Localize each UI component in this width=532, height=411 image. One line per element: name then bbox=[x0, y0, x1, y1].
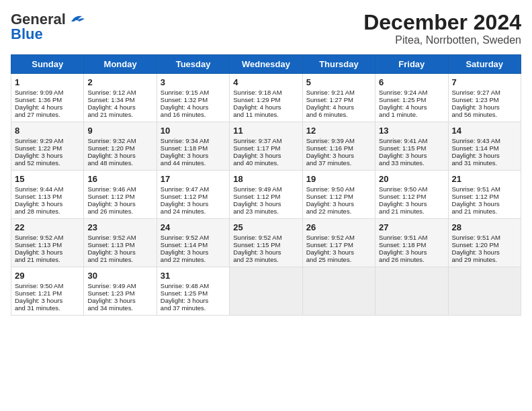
day-info-line: Sunset: 1:12 PM bbox=[306, 193, 371, 200]
day-info-line: Sunset: 1:34 PM bbox=[87, 96, 152, 103]
calendar-cell: 20Sunrise: 9:50 AMSunset: 1:12 PMDayligh… bbox=[375, 171, 448, 219]
day-info-line: Sunset: 1:15 PM bbox=[233, 241, 298, 248]
calendar-cell: 3Sunrise: 9:15 AMSunset: 1:32 PMDaylight… bbox=[157, 74, 229, 122]
day-info-line: Sunset: 1:20 PM bbox=[452, 241, 517, 248]
day-info-line: Sunrise: 9:09 AM bbox=[15, 89, 80, 96]
day-info-line: Sunset: 1:15 PM bbox=[379, 144, 444, 152]
col-header-tuesday: Tuesday bbox=[157, 55, 229, 74]
calendar-cell: 7Sunrise: 9:27 AMSunset: 1:23 PMDaylight… bbox=[448, 74, 521, 122]
day-info-line: Sunrise: 9:52 AM bbox=[161, 234, 226, 241]
day-info-line: Sunset: 1:25 PM bbox=[379, 96, 444, 103]
day-info-line: Sunrise: 9:12 AM bbox=[87, 89, 152, 96]
day-info-line: Sunrise: 9:52 AM bbox=[87, 234, 152, 241]
day-info-line: Sunset: 1:13 PM bbox=[87, 241, 152, 248]
calendar-body: 1Sunrise: 9:09 AMSunset: 1:36 PMDaylight… bbox=[11, 74, 521, 316]
calendar-subtitle: Pitea, Norrbotten, Sweden bbox=[363, 34, 521, 46]
day-info-line: Sunrise: 9:18 AM bbox=[233, 89, 298, 96]
day-info-line: Sunrise: 9:39 AM bbox=[306, 137, 371, 144]
calendar-week-4: 22Sunrise: 9:52 AMSunset: 1:13 PMDayligh… bbox=[11, 219, 521, 267]
day-info-line: Sunset: 1:21 PM bbox=[15, 289, 80, 297]
col-header-sunday: Sunday bbox=[11, 55, 84, 74]
day-info-line: Sunrise: 9:34 AM bbox=[161, 137, 226, 144]
day-info-line: and 25 minutes. bbox=[306, 256, 371, 263]
day-number: 28 bbox=[452, 222, 517, 232]
day-number: 21 bbox=[452, 174, 517, 184]
day-info-line: and 33 minutes. bbox=[379, 159, 444, 167]
day-info-line: and 48 minutes. bbox=[87, 159, 152, 167]
day-info-line: Daylight: 3 hours bbox=[379, 248, 444, 256]
day-info-line: Daylight: 3 hours bbox=[452, 200, 517, 208]
day-info-line: and 27 minutes. bbox=[15, 111, 80, 118]
day-number: 17 bbox=[161, 174, 226, 184]
day-info-line: Sunset: 1:22 PM bbox=[15, 144, 80, 152]
calendar-cell: 15Sunrise: 9:44 AMSunset: 1:13 PMDayligh… bbox=[11, 171, 84, 219]
day-info-line: Sunrise: 9:48 AM bbox=[161, 282, 226, 289]
day-info-line: Sunset: 1:12 PM bbox=[233, 193, 298, 200]
day-info-line: Sunset: 1:23 PM bbox=[452, 96, 517, 103]
day-info-line: Sunrise: 9:27 AM bbox=[452, 89, 517, 96]
day-info-line: Sunrise: 9:52 AM bbox=[15, 234, 80, 241]
day-info-line: Sunset: 1:29 PM bbox=[233, 96, 298, 103]
col-header-wednesday: Wednesday bbox=[230, 55, 302, 74]
day-info-line: and 6 minutes. bbox=[306, 111, 371, 118]
day-info-line: Sunrise: 9:29 AM bbox=[15, 137, 80, 144]
day-info-line: Sunrise: 9:50 AM bbox=[15, 282, 80, 289]
day-info-line: Sunset: 1:13 PM bbox=[15, 241, 80, 248]
day-number: 19 bbox=[306, 174, 371, 184]
calendar-cell: 28Sunrise: 9:51 AMSunset: 1:20 PMDayligh… bbox=[448, 219, 521, 267]
day-number: 27 bbox=[379, 222, 444, 232]
day-info-line: Sunset: 1:12 PM bbox=[87, 193, 152, 200]
day-info-line: Daylight: 3 hours bbox=[15, 152, 80, 159]
calendar-cell: 27Sunrise: 9:51 AMSunset: 1:18 PMDayligh… bbox=[375, 219, 448, 267]
day-number: 8 bbox=[15, 126, 80, 136]
calendar-cell: 16Sunrise: 9:46 AMSunset: 1:12 PMDayligh… bbox=[84, 171, 157, 219]
calendar-cell bbox=[375, 267, 448, 316]
day-info-line: and 23 minutes. bbox=[233, 256, 298, 263]
day-info-line: Sunset: 1:23 PM bbox=[87, 289, 152, 297]
day-info-line: Daylight: 4 hours bbox=[161, 103, 226, 111]
day-number: 15 bbox=[15, 174, 80, 184]
day-info-line: Sunset: 1:17 PM bbox=[233, 144, 298, 152]
day-info-line: and 16 minutes. bbox=[161, 111, 226, 118]
day-info-line: and 40 minutes. bbox=[233, 159, 298, 167]
day-info-line: Sunset: 1:12 PM bbox=[379, 193, 444, 200]
day-number: 31 bbox=[161, 271, 226, 281]
day-info-line: Daylight: 3 hours bbox=[306, 152, 371, 159]
day-info-line: and 21 minutes. bbox=[15, 256, 80, 263]
calendar-week-3: 15Sunrise: 9:44 AMSunset: 1:13 PMDayligh… bbox=[11, 171, 521, 219]
calendar-week-1: 1Sunrise: 9:09 AMSunset: 1:36 PMDaylight… bbox=[11, 74, 521, 122]
day-info-line: Sunset: 1:12 PM bbox=[452, 193, 517, 200]
logo-bird-icon bbox=[67, 12, 86, 27]
day-info-line: and 26 minutes. bbox=[87, 208, 152, 215]
calendar-cell: 4Sunrise: 9:18 AMSunset: 1:29 PMDaylight… bbox=[230, 74, 302, 122]
day-info-line: Sunset: 1:36 PM bbox=[15, 96, 80, 103]
day-number: 30 bbox=[87, 271, 152, 281]
col-header-thursday: Thursday bbox=[302, 55, 375, 74]
day-number: 13 bbox=[379, 126, 444, 136]
logo: General Blue bbox=[11, 11, 86, 43]
day-info-line: and 31 minutes. bbox=[15, 304, 80, 312]
day-info-line: and 23 minutes. bbox=[233, 208, 298, 215]
day-info-line: and 44 minutes. bbox=[161, 159, 226, 167]
day-info-line: Daylight: 3 hours bbox=[452, 248, 517, 256]
day-info-line: Sunrise: 9:51 AM bbox=[452, 234, 517, 241]
day-number: 18 bbox=[233, 174, 298, 184]
day-number: 23 bbox=[87, 222, 152, 232]
calendar-cell bbox=[448, 267, 521, 316]
day-info-line: Sunrise: 9:49 AM bbox=[87, 282, 152, 289]
day-number: 14 bbox=[452, 126, 517, 136]
col-header-monday: Monday bbox=[84, 55, 157, 74]
calendar-cell: 14Sunrise: 9:43 AMSunset: 1:14 PMDayligh… bbox=[448, 122, 521, 171]
calendar-cell: 5Sunrise: 9:21 AMSunset: 1:27 PMDaylight… bbox=[302, 74, 375, 122]
day-number: 3 bbox=[161, 77, 226, 87]
calendar-cell: 6Sunrise: 9:24 AMSunset: 1:25 PMDaylight… bbox=[375, 74, 448, 122]
day-info-line: and 26 minutes. bbox=[379, 256, 444, 263]
day-number: 5 bbox=[306, 77, 371, 87]
calendar-cell: 10Sunrise: 9:34 AMSunset: 1:18 PMDayligh… bbox=[157, 122, 229, 171]
day-info-line: and 21 minutes. bbox=[87, 256, 152, 263]
day-info-line: Sunset: 1:12 PM bbox=[161, 193, 226, 200]
day-info-line: Sunrise: 9:37 AM bbox=[233, 137, 298, 144]
day-number: 1 bbox=[15, 77, 80, 87]
day-number: 20 bbox=[379, 174, 444, 184]
day-info-line: Daylight: 3 hours bbox=[306, 200, 371, 208]
